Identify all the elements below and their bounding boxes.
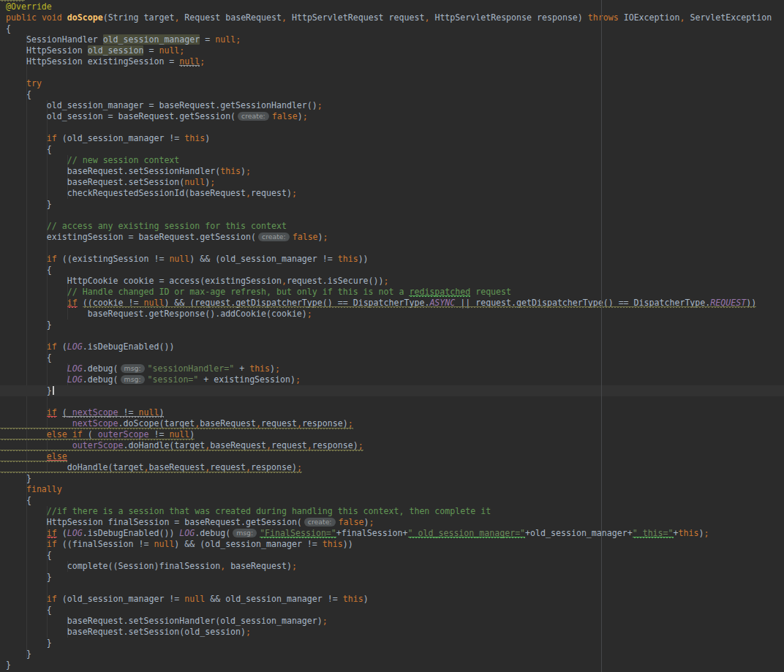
text-caret <box>53 386 54 395</box>
line-text: HttpSession finalSession = baseRequest.g… <box>6 517 374 528</box>
code-line-59[interactable]: } <box>0 638 784 649</box>
code-line-54[interactable] <box>0 583 784 594</box>
token: ( <box>83 429 93 439</box>
code-line-27[interactable]: // Handle changed ID or max-age refresh,… <box>0 287 784 298</box>
code-lines: @Overridepublic void doScope(String targ… <box>0 0 784 671</box>
line-text: baseRequest.setSession(null); <box>6 177 215 188</box>
code-line-1[interactable]: @Override <box>0 1 784 12</box>
code-line-10[interactable]: old_session_manager = baseRequest.getSes… <box>0 100 784 111</box>
line-text: // Handle changed ID or max-age refresh,… <box>6 287 511 298</box>
line-text: { <box>6 352 52 363</box>
token: ( <box>62 407 67 418</box>
token: ) <box>205 133 210 143</box>
code-line-22[interactable]: existingSession = baseRequest.getSession… <box>0 232 784 243</box>
code-line-57[interactable]: baseRequest.setSessionHandler(old_sessio… <box>0 616 784 627</box>
code-line-51[interactable]: { <box>0 550 784 561</box>
line-text: else if (_outerScope != null) <box>6 429 195 440</box>
code-line-36[interactable]: } <box>0 385 784 396</box>
code-line-33[interactable]: { <box>0 352 784 363</box>
code-line-41[interactable]: _outerScope.doHandle(target,baseRequest,… <box>0 440 784 451</box>
code-line-12[interactable] <box>0 122 784 133</box>
code-line-17[interactable]: baseRequest.setSession(null); <box>0 177 784 188</box>
code-line-43[interactable]: doHandle(target,baseRequest,request,resp… <box>0 462 784 473</box>
token: if <box>47 528 57 538</box>
code-line-25[interactable]: { <box>0 265 784 276</box>
code-line-60[interactable]: } <box>0 649 784 660</box>
token: old_session_manager <box>103 34 200 45</box>
token: //if there is a session that was created… <box>47 506 491 516</box>
code-line-46[interactable]: { <box>0 495 784 506</box>
code-editor[interactable]: @Overridepublic void doScope(String targ… <box>0 0 784 672</box>
code-line-34[interactable]: LOG.debug(msg:"sessionHandler=" + this); <box>0 363 784 374</box>
token: null <box>184 594 205 604</box>
token <box>6 429 47 439</box>
code-line-31[interactable] <box>0 331 784 341</box>
code-line-16[interactable]: baseRequest.setSessionHandler(this); <box>0 166 784 177</box>
code-line-24[interactable]: if ((existingSession != null) && (old_se… <box>0 254 784 265</box>
code-line-18[interactable]: checkRequestedSessionId(baseRequest,requ… <box>0 188 784 199</box>
code-line-42[interactable]: else <box>0 451 784 462</box>
code-line-30[interactable]: } <box>0 320 784 331</box>
code-line-49[interactable]: if (LOG.isDebugEnabled()) LOG.debug(msg:… <box>0 528 784 539</box>
code-line-45[interactable]: finally <box>0 484 784 495</box>
line-text: HttpCookie cookie = access(existingSessi… <box>6 276 389 287</box>
line-text: existingSession = baseRequest.getSession… <box>6 232 328 243</box>
token: "sessionHandler=" <box>148 363 235 374</box>
token: this <box>249 363 270 374</box>
code-line-47[interactable]: //if there is a session that was created… <box>0 506 784 517</box>
code-line-20[interactable] <box>0 210 784 221</box>
code-line-58[interactable]: baseRequest.setSession(old_session); <box>0 627 784 638</box>
code-line-53[interactable]: } <box>0 572 784 583</box>
code-line-39[interactable]: _nextScope.doScope(target,baseRequest,re… <box>0 418 784 429</box>
token: .doScope(target <box>118 418 195 429</box>
code-line-5[interactable]: HttpSession old_session = null; <box>0 45 784 56</box>
token: finally <box>26 484 62 494</box>
token: ServletException <box>685 12 772 23</box>
code-line-32[interactable]: if (LOG.isDebugEnabled()) <box>0 341 784 352</box>
code-line-19[interactable]: } <box>0 199 784 210</box>
token: { <box>6 550 52 560</box>
token: false <box>339 517 364 527</box>
code-line-50[interactable]: if ((finalSession != null) && (old_sessi… <box>0 539 784 550</box>
code-line-26[interactable]: HttpCookie cookie = access(existingSessi… <box>0 276 784 287</box>
code-line-4[interactable]: SessionHandler old_session_manager = nul… <box>0 34 784 45</box>
code-line-9[interactable]: { <box>0 89 784 100</box>
code-line-2[interactable]: public void doScope(String target, Reque… <box>0 12 784 23</box>
token: request) <box>251 188 292 198</box>
token: // access any existing session for this … <box>47 221 287 231</box>
code-line-29[interactable]: baseRequest.getResponse().addCookie(cook… <box>0 309 784 320</box>
token: } <box>6 660 11 670</box>
code-line-52[interactable]: complete((Session)finalSession, baseRequ… <box>0 561 784 572</box>
code-line-21[interactable]: // access any existing session for this … <box>0 221 784 232</box>
token: doScope <box>67 12 103 23</box>
token: { <box>6 495 31 505</box>
line-text: HttpSession old_session = null; <box>6 45 184 56</box>
code-line-13[interactable]: if (old_session_manager != this) <box>0 133 784 144</box>
line-text: if (_nextScope != null) <box>6 407 164 418</box>
code-line-23[interactable] <box>0 243 784 254</box>
token: this <box>220 166 241 176</box>
code-line-40[interactable]: else if (_outerScope != null) <box>0 429 784 440</box>
code-line-11[interactable]: old_session = baseRequest.getSession(cre… <box>0 111 784 122</box>
code-line-44[interactable]: } <box>0 473 784 484</box>
code-line-7[interactable] <box>0 67 784 78</box>
code-line-48[interactable]: HttpSession finalSession = baseRequest.g… <box>0 517 784 528</box>
code-line-37[interactable] <box>0 396 784 407</box>
code-line-28[interactable]: if ((cookie != null) && (request.getDisp… <box>0 298 784 309</box>
token <box>6 254 47 264</box>
line-text: old_session = baseRequest.getSession(cre… <box>6 111 308 122</box>
code-line-8[interactable]: try <box>0 78 784 89</box>
code-line-6[interactable]: HttpSession existingSession = null; <box>0 56 784 67</box>
token <box>78 298 83 308</box>
code-line-35[interactable]: LOG.debug(msg:"session=" + existingSessi… <box>0 374 784 385</box>
code-line-3[interactable]: { <box>0 23 784 34</box>
token: != <box>148 429 169 439</box>
code-line-15[interactable]: // new session context <box>0 155 784 166</box>
code-line-38[interactable]: if (_nextScope != null) <box>0 407 784 418</box>
code-line-14[interactable]: { <box>0 144 784 155</box>
token: = <box>143 45 159 56</box>
code-line-55[interactable]: if (old_session_manager != null && old_s… <box>0 594 784 605</box>
token: ) <box>318 232 323 242</box>
code-line-56[interactable]: { <box>0 605 784 616</box>
code-line-61[interactable]: } <box>0 660 784 671</box>
